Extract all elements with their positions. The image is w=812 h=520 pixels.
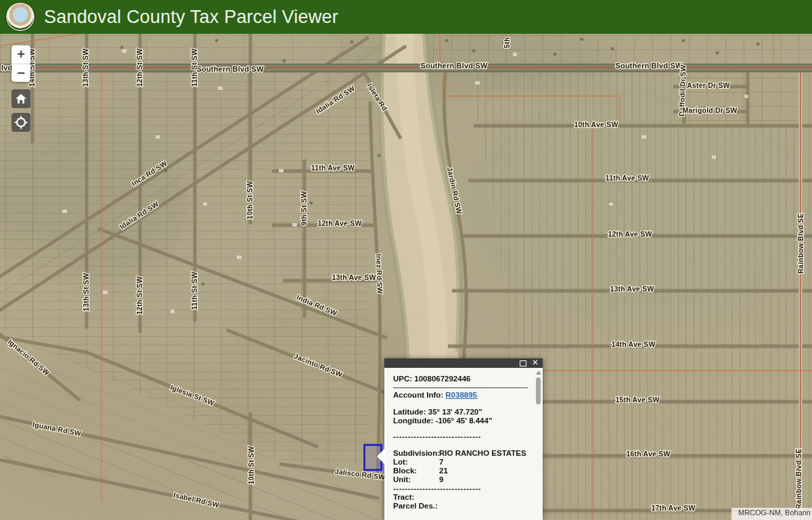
- tract-row: Tract:: [393, 493, 528, 502]
- svg-text:11th St SW: 11th St SW: [190, 49, 198, 87]
- svg-text:11th St SW: 11th St SW: [190, 272, 198, 310]
- scroll-up-arrow[interactable]: [536, 371, 541, 375]
- svg-text:10th Ave SW: 10th Ave SW: [574, 120, 618, 128]
- account-info-row: Account Info: R038895: [393, 391, 528, 400]
- svg-text:10th St SW: 10th St SW: [246, 181, 254, 220]
- close-icon[interactable]: ✕: [532, 358, 539, 367]
- svg-text:12th Ave SW: 12th Ave SW: [317, 219, 361, 227]
- popup-titlebar: ✕: [384, 358, 543, 368]
- svg-text:Aster Dr SW: Aster Dr SW: [687, 81, 729, 89]
- map-attribution: MRCOG-NM, Bohann: [731, 508, 812, 520]
- lot-row: Lot:7: [393, 458, 528, 467]
- svg-text:Rainbow Blvd SE: Rainbow Blvd SE: [794, 448, 803, 509]
- svg-text:13th St SW: 13th St SW: [81, 49, 89, 87]
- divider-line: [393, 387, 528, 388]
- svg-text:12th St SW: 12th St SW: [135, 277, 143, 315]
- svg-text:Southern Blvd SW: Southern Blvd SW: [420, 62, 488, 70]
- home-icon: [15, 93, 27, 104]
- svg-text:Inez Rd SW: Inez Rd SW: [375, 254, 384, 294]
- latitude-value: Latitude: 35° 13' 47.720": [393, 408, 528, 417]
- upc-value: UPC: 1008067292446: [393, 375, 528, 383]
- longitude-value: Longitude: -106° 45' 8.444": [393, 417, 528, 425]
- popup-tail: [377, 448, 385, 465]
- svg-text:13th Ave SW: 13th Ave SW: [332, 273, 376, 281]
- locate-icon: [14, 116, 28, 129]
- svg-text:Marigold Dr SW: Marigold Dr SW: [683, 106, 738, 114]
- block-row: Block:21: [393, 467, 528, 475]
- zoom-out-button[interactable]: −: [12, 64, 30, 82]
- scrollbar-thumb[interactable]: [536, 377, 541, 404]
- svg-text:13th St SW: 13th St SW: [82, 273, 90, 312]
- parcel-info-popup: ✕ UPC: 1008067292446 Account Info: R0388…: [384, 358, 543, 520]
- popup-body: UPC: 1008067292446 Account Info: R038895…: [384, 368, 543, 511]
- svg-text:Rainbow Blvd SE: Rainbow Blvd SE: [796, 213, 805, 273]
- svg-text:5th: 5th: [503, 37, 511, 48]
- zoom-in-button[interactable]: +: [12, 45, 30, 64]
- app-header: Sandoval County Tax Parcel Viewer: [0, 0, 812, 34]
- svg-text:14th Ave SW: 14th Ave SW: [611, 340, 655, 348]
- dashed-divider: ------------------------------: [393, 484, 528, 493]
- svg-text:11th Ave SW: 11th Ave SW: [606, 174, 649, 182]
- svg-text:12th St SW: 12th St SW: [135, 49, 143, 87]
- svg-text:12th Ave SW: 12th Ave SW: [608, 230, 652, 238]
- svg-text:11th Ave SW: 11th Ave SW: [311, 164, 355, 172]
- svg-text:Southern Blvd SW: Southern Blvd SW: [615, 62, 683, 70]
- parcel-des-row: Parcel Des.:: [393, 502, 528, 511]
- account-link[interactable]: R038895: [445, 391, 477, 399]
- zoom-control: + −: [12, 45, 30, 82]
- svg-text:10th St SW: 10th St SW: [247, 446, 255, 485]
- svg-text:17th Ave SW: 17th Ave SW: [651, 504, 695, 512]
- maximize-icon[interactable]: [520, 360, 526, 367]
- svg-text:9th St SW: 9th St SW: [300, 191, 308, 226]
- county-seal-logo: [5, 2, 35, 32]
- svg-text:15th Ave SW: 15th Ave SW: [615, 396, 659, 404]
- dashed-divider: ------------------------------: [393, 432, 528, 441]
- svg-text:Southern Blvd SW: Southern Blvd SW: [196, 65, 264, 73]
- locate-button[interactable]: [12, 113, 30, 132]
- home-button[interactable]: [12, 89, 30, 108]
- popup-scrollbar: [535, 371, 541, 518]
- page-title: Sandoval County Tax Parcel Viewer: [44, 7, 338, 28]
- subdivision-row: Subdivision:RIO RANCHO ESTATES: [393, 449, 528, 458]
- unit-row: Unit:9: [393, 475, 528, 484]
- svg-text:16th Ave SW: 16th Ave SW: [626, 450, 670, 458]
- svg-text:13th Ave SW: 13th Ave SW: [610, 285, 654, 293]
